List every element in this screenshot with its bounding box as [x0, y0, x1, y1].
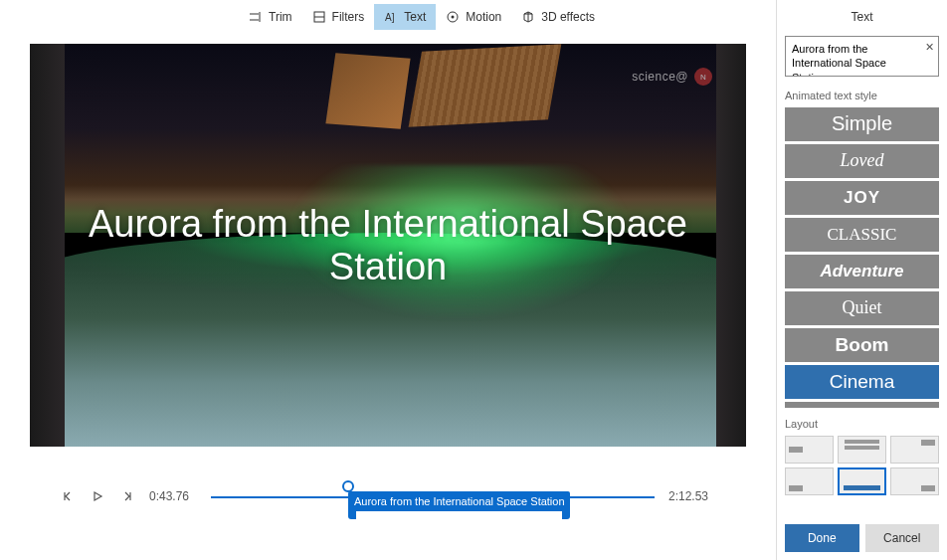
style-joy[interactable]: JOY	[785, 181, 939, 215]
trim-label: Trim	[269, 10, 292, 24]
style-simple[interactable]: Simple	[785, 107, 939, 141]
layout-grid	[785, 436, 939, 495]
filters-button[interactable]: Filters	[302, 4, 375, 30]
style-section-label: Animated text style	[785, 90, 939, 101]
effects3d-button[interactable]: 3D effects	[511, 4, 605, 30]
prev-frame-button[interactable]	[60, 488, 76, 504]
style-boom[interactable]: Boom	[785, 328, 939, 362]
current-time: 0:43.76	[149, 489, 197, 503]
clear-icon[interactable]: ✕	[925, 41, 934, 54]
segment-handle-right[interactable]	[562, 505, 570, 519]
layout-left-bottom[interactable]	[785, 467, 834, 495]
style-quiet[interactable]: Quiet	[785, 291, 939, 325]
style-classic[interactable]: CLASSIC	[785, 218, 939, 252]
text-segment[interactable]: Aurora from the International Space Stat…	[348, 491, 570, 511]
play-button[interactable]	[90, 488, 105, 504]
next-frame-button[interactable]	[119, 488, 135, 504]
motion-label: Motion	[466, 10, 501, 24]
text-label: Text	[404, 10, 426, 24]
svg-point-4	[452, 16, 455, 19]
style-list: Simple Loved JOY CLASSIC Adventure Quiet…	[785, 107, 939, 408]
motion-button[interactable]: Motion	[436, 4, 511, 30]
text-icon: A]	[384, 10, 398, 24]
text-sidebar: Text ✕ Animated text style Simple Loved …	[776, 0, 947, 560]
trim-icon	[249, 10, 263, 24]
done-button[interactable]: Done	[785, 524, 859, 552]
text-button[interactable]: A] Text	[374, 4, 436, 30]
filters-icon	[312, 10, 326, 24]
style-loved[interactable]: Loved	[785, 144, 939, 178]
video-preview[interactable]: science@ N Aurora from the International…	[30, 44, 746, 447]
playback-controls: 0:43.76 Aurora from the International Sp…	[30, 447, 746, 536]
segment-label: Aurora from the International Space Stat…	[354, 495, 565, 507]
filters-label: Filters	[332, 10, 365, 24]
layout-right-top[interactable]	[890, 436, 939, 464]
style-extra[interactable]	[785, 402, 939, 408]
style-cinema[interactable]: Cinema	[785, 365, 939, 399]
layout-left-center[interactable]	[785, 436, 834, 464]
overlay-text: Aurora from the International Space Stat…	[66, 203, 710, 288]
watermark: science@ N	[632, 68, 712, 86]
style-adventure[interactable]: Adventure	[785, 255, 939, 288]
effects3d-label: 3D effects	[541, 10, 595, 24]
sidebar-title: Text	[785, 6, 939, 30]
timeline[interactable]: Aurora from the International Space Stat…	[211, 476, 655, 516]
total-time: 2:12.53	[668, 489, 716, 503]
cancel-button[interactable]: Cancel	[865, 524, 940, 552]
trim-button[interactable]: Trim	[239, 4, 302, 30]
motion-icon	[446, 10, 460, 24]
watermark-text: science@	[632, 70, 688, 84]
layout-bottom[interactable]	[838, 467, 886, 495]
svg-text:A]: A]	[385, 12, 395, 23]
layout-section-label: Layout	[785, 418, 939, 430]
text-input[interactable]	[785, 36, 939, 77]
watermark-badge-icon: N	[694, 68, 712, 86]
toolbar: Trim Filters A] Text Motion 3D effects	[0, 0, 776, 34]
cube-icon	[521, 10, 535, 24]
layout-right-bottom[interactable]	[890, 467, 939, 495]
layout-top[interactable]	[838, 436, 886, 464]
segment-handle-left[interactable]	[348, 505, 356, 519]
